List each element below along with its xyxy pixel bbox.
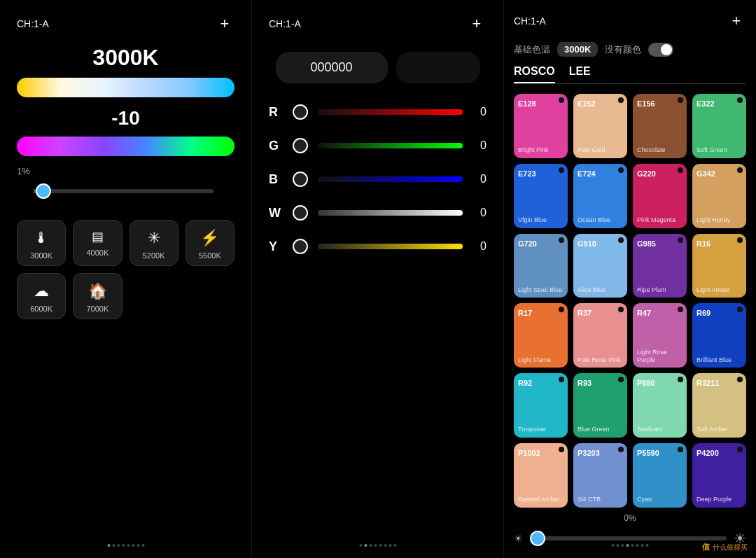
color-swatch-g342[interactable]: G342Light Honey <box>692 164 746 228</box>
kelvin-value: 3000K <box>17 45 234 71</box>
colors-grid: E128Bright PinkE152Pale GoldE156Chocolat… <box>514 94 746 508</box>
color-swatch-p3203[interactable]: P32033/4 CTB <box>573 443 627 508</box>
swatch-dot <box>737 447 743 452</box>
channel-b-track[interactable] <box>318 176 463 182</box>
color-swatch-r17[interactable]: R17Light Flame <box>514 303 568 368</box>
panel3-title: CH:1-A <box>514 15 546 27</box>
channel-r-knob[interactable] <box>293 104 308 120</box>
swatch-name: Turquoise <box>518 426 546 433</box>
swatch-dot <box>678 447 683 452</box>
kelvin-gradient-bar[interactable] <box>17 78 234 97</box>
channel-g-track[interactable] <box>318 143 463 148</box>
preset-5200k[interactable]: ✳ 5200K <box>130 220 178 266</box>
swatch-dot <box>678 97 683 103</box>
swatch-name: Pale Rose Pink <box>578 356 621 364</box>
color-swatch-p1002[interactable]: P1002Bastard Amber <box>514 443 568 508</box>
panel3-add-button[interactable]: + <box>727 11 746 31</box>
swatch-code: R3211 <box>696 379 719 387</box>
color-swatch-p5590[interactable]: P5590Cyan <box>633 443 687 508</box>
color-swatch-g720[interactable]: G720Light Steel Blue <box>514 234 568 298</box>
channel-g-label: G <box>269 139 283 153</box>
swatch-code: P4200 <box>696 449 719 457</box>
swatch-dot <box>618 307 624 312</box>
dot-8 <box>141 544 144 547</box>
swatch-name: Seafoam <box>637 426 662 433</box>
color-swatch-e156[interactable]: E156Chocolate <box>633 94 687 158</box>
swatch-name: Chocolate <box>637 146 666 154</box>
swatch-code: E724 <box>578 169 596 178</box>
tab-rosco[interactable]: ROSCO <box>514 65 555 83</box>
color-swatch-g910[interactable]: G910Alice Blue <box>573 234 627 298</box>
p2-dot-1 <box>359 544 362 547</box>
channel-w-row: W 0 <box>269 205 486 221</box>
channel-w-track[interactable] <box>318 210 463 216</box>
color-swatch-e723[interactable]: E723Vfgin Blue <box>514 164 568 228</box>
color-swatch-e128[interactable]: E128Bright Pink <box>514 94 568 158</box>
swatch-name: Bastard Amber <box>518 496 560 503</box>
preset-5500k[interactable]: ⚡ 5500K <box>186 220 234 266</box>
cloud-icon: ☁ <box>34 282 49 300</box>
swatch-dot <box>678 307 683 312</box>
channel-r-label: R <box>269 105 283 120</box>
dot-4 <box>122 544 125 547</box>
color-swatch-e724[interactable]: E724Ocean Blue <box>573 164 627 228</box>
channel-y-knob[interactable] <box>293 239 308 254</box>
preset-7000k[interactable]: 🏠 7000K <box>73 273 122 319</box>
color-swatch-g985[interactable]: G985Ripe Plum <box>633 234 687 298</box>
presets-grid-top: 🌡 3000K ▤ 4000K ✳ 5200K ⚡ 5500K <box>17 220 234 266</box>
color-swatch-g220[interactable]: G220Pink Magenta <box>633 164 687 228</box>
panel2-page-dots <box>359 544 396 547</box>
brightness-track[interactable] <box>34 189 214 193</box>
swatch-code: P3203 <box>578 449 600 457</box>
color-swatch-e322[interactable]: E322Soft Green <box>692 94 746 158</box>
brightness-thumb[interactable] <box>36 183 51 199</box>
swatch-name: Bright Pink <box>518 146 549 154</box>
hex-input[interactable] <box>276 52 388 83</box>
channel-y-track[interactable] <box>318 244 463 249</box>
color-swatch-e152[interactable]: E152Pale Gold <box>573 94 627 158</box>
watermark-logo: 值 <box>702 542 710 552</box>
swatch-code: E322 <box>696 99 715 108</box>
swatch-name: Light Rose Purple <box>637 349 682 364</box>
tab-lee[interactable]: LEE <box>569 65 591 83</box>
preset-6000k[interactable]: ☁ 6000K <box>17 273 66 319</box>
brightness-label: 1% <box>17 166 234 176</box>
channel-b-value: 0 <box>472 173 486 186</box>
color-swatch-p4200[interactable]: P4200Deep Purple <box>692 443 746 508</box>
p3-dot-5 <box>631 544 634 547</box>
sun-preset-icon: ✳ <box>148 229 160 247</box>
preset-4000k[interactable]: ▤ 4000K <box>73 220 122 266</box>
swatch-code: G910 <box>578 239 596 248</box>
color-swatch-r92[interactable]: R92Turquoise <box>514 373 568 438</box>
tint-value: -10 <box>17 107 234 130</box>
color-swatch-r3211[interactable]: R3211Soft Amber <box>692 373 746 438</box>
channel-g-row: G 0 <box>269 138 486 153</box>
color-swatch-r47[interactable]: R47Light Rose Purple <box>633 303 687 368</box>
swatch-name: Light Flame <box>518 356 551 364</box>
panel3-brightness-thumb[interactable] <box>530 531 545 546</box>
channel-r-value: 0 <box>472 106 486 118</box>
preset-3000k[interactable]: 🌡 3000K <box>17 220 66 266</box>
swatch-code: P1002 <box>518 449 540 457</box>
color-swatch-p880[interactable]: P880Seafoam <box>633 373 687 438</box>
panel1-title: CH:1-A <box>17 18 49 29</box>
color-swatch-r37[interactable]: R37Pale Rose Pink <box>573 303 627 368</box>
color-swatch-r16[interactable]: R16Light Amber <box>692 234 746 298</box>
channel-g-knob[interactable] <box>293 138 308 153</box>
p2-dot-4 <box>374 544 377 547</box>
panel3-brightness-track[interactable] <box>530 536 727 540</box>
color-swatch-r93[interactable]: R93Blue Green <box>573 373 627 438</box>
tint-gradient-bar[interactable] <box>17 137 234 156</box>
channel-r-track[interactable] <box>318 109 463 115</box>
no-color-toggle[interactable] <box>648 43 673 57</box>
panel2-add-button[interactable]: + <box>467 14 486 34</box>
color-swatch-r69[interactable]: R69Brilliant Blue <box>692 303 746 368</box>
swatch-name: Light Amber <box>696 286 730 294</box>
panel1-add-button[interactable]: + <box>215 14 234 34</box>
panel-kelvin: CH:1-A + 3000K -10 1% ☀ ☀ 🌡 3000K ▤ 4000… <box>0 0 252 558</box>
sun-large-icon: ☀ <box>220 182 234 200</box>
channel-w-knob[interactable] <box>293 205 308 221</box>
p2-dot-8 <box>393 544 396 547</box>
panel3-header: CH:1-A + <box>514 11 746 31</box>
channel-b-knob[interactable] <box>293 172 308 187</box>
